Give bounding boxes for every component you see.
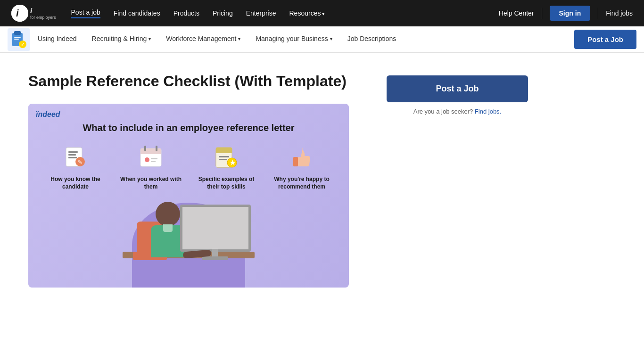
- infographic-item-4-text: Why you're happy to recommend them: [269, 176, 335, 190]
- nav-products[interactable]: Products: [173, 9, 199, 17]
- sub-navigation: ✓ Using Indeed Recruiting & Hiring ▾ Wor…: [0, 26, 644, 53]
- article-title: Sample Reference Checklist (With Templat…: [28, 72, 358, 90]
- managing-chevron-icon: ▾: [330, 36, 332, 41]
- sub-nav-logo: ✓: [8, 28, 30, 51]
- subnav-managing-business[interactable]: Managing your Business ▾: [248, 26, 339, 52]
- svg-rect-4: [14, 37, 21, 38]
- infographic-title: What to include in an employee reference…: [83, 123, 294, 133]
- svg-rect-5: [14, 39, 19, 40]
- nav-resources[interactable]: Resources: [289, 9, 325, 17]
- infographic-item-1: ✎ How you know the candidate: [42, 143, 109, 190]
- svg-rect-29: [293, 157, 298, 166]
- indeed-logo[interactable]: i i for employers: [11, 5, 56, 22]
- infographic-logo: ĭndeed: [36, 110, 60, 119]
- subnav-recruiting-hiring[interactable]: Recruiting & Hiring ▾: [84, 26, 159, 52]
- svg-rect-26: [219, 159, 227, 160]
- main-content: Sample Reference Checklist (With Templat…: [0, 53, 644, 306]
- infographic-item-3: ★ Specific examples of their top skills: [193, 143, 260, 190]
- infographic-item-1-text: How you know the candidate: [42, 176, 109, 190]
- sign-in-button[interactable]: Sign in: [550, 6, 591, 21]
- infographic: ĭndeed What to include in an employee re…: [28, 104, 349, 288]
- svg-rect-21: [151, 161, 156, 162]
- infographic-item-2-text: When you worked with them: [118, 176, 184, 190]
- svg-rect-16: [140, 152, 161, 154]
- svg-rect-17: [144, 146, 146, 151]
- top-navigation: i i for employers Post a job Find candid…: [0, 0, 644, 26]
- subnav-job-descriptions[interactable]: Job Descriptions: [340, 26, 404, 52]
- nav-divider: [542, 8, 542, 19]
- nav-enterprise[interactable]: Enterprise: [246, 9, 276, 17]
- svg-point-0: [11, 5, 28, 22]
- infographic-item-2: When you worked with them: [118, 143, 184, 190]
- sidebar: Post a Job Are you a job seeker? Find jo…: [387, 72, 528, 288]
- svg-rect-3: [14, 31, 21, 35]
- sidebar-post-job-button[interactable]: Post a Job: [387, 75, 528, 102]
- svg-text:★: ★: [230, 159, 236, 166]
- nav-pricing[interactable]: Pricing: [213, 9, 233, 17]
- logo-icon: i: [11, 5, 28, 22]
- top-nav-links: Post a job Find candidates Products Pric…: [71, 8, 484, 18]
- nav-post-job[interactable]: Post a job: [71, 8, 100, 18]
- calendar-icon: [137, 143, 165, 171]
- svg-text:✓: ✓: [21, 42, 25, 47]
- svg-text:✎: ✎: [78, 159, 83, 165]
- certificate-icon: ★: [212, 143, 240, 171]
- logo-subtext: i for employers: [30, 7, 56, 20]
- svg-rect-10: [68, 154, 76, 156]
- nav-divider-2: [598, 8, 598, 19]
- infographic-item-3-text: Specific examples of their top skills: [193, 176, 260, 190]
- sidebar-find-jobs-link[interactable]: Find jobs.: [475, 108, 501, 115]
- sidebar-seeker-text: Are you a job seeker? Find jobs.: [387, 108, 528, 115]
- svg-rect-9: [68, 151, 78, 153]
- infographic-item-4: Why you're happy to recommend them: [269, 143, 335, 190]
- svg-text:i: i: [16, 8, 19, 18]
- svg-rect-11: [68, 157, 77, 158]
- document-pen-icon: ✎: [61, 143, 90, 171]
- find-jobs-link[interactable]: Find jobs: [606, 9, 633, 17]
- nav-find-candidates[interactable]: Find candidates: [114, 9, 160, 17]
- top-nav-right: Help Center Sign in Find jobs: [499, 6, 633, 21]
- svg-rect-18: [156, 146, 157, 151]
- workforce-chevron-icon: ▾: [238, 36, 240, 41]
- svg-rect-25: [219, 156, 229, 157]
- person-illustration: [113, 193, 264, 288]
- thumbsup-icon: [288, 143, 316, 171]
- article-image: ĭndeed What to include in an employee re…: [28, 104, 349, 288]
- infographic-items-row: ✎ How you know the candidate: [38, 143, 339, 190]
- subnav-using-indeed[interactable]: Using Indeed: [30, 26, 84, 52]
- svg-rect-24: [216, 152, 232, 153]
- help-center-link[interactable]: Help Center: [499, 9, 534, 17]
- subnav-workforce-management[interactable]: Workforce Management ▾: [158, 26, 248, 52]
- svg-rect-20: [151, 158, 157, 159]
- svg-point-19: [145, 157, 149, 162]
- article-section: Sample Reference Checklist (With Templat…: [28, 72, 358, 288]
- sub-nav-post-job-button[interactable]: Post a Job: [574, 30, 636, 49]
- recruiting-chevron-icon: ▾: [149, 36, 151, 41]
- sub-nav-links: Using Indeed Recruiting & Hiring ▾ Workf…: [30, 26, 574, 52]
